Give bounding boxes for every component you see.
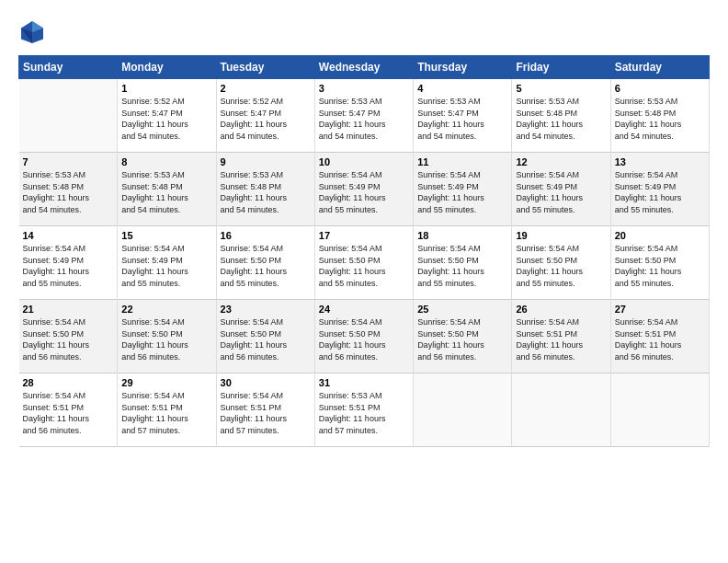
day-number: 16	[221, 230, 311, 241]
day-number: 30	[221, 377, 311, 388]
day-info: Sunrise: 5:54 AM Sunset: 5:49 PM Dayligh…	[121, 243, 211, 289]
day-number: 1	[121, 83, 211, 94]
day-info: Sunrise: 5:54 AM Sunset: 5:50 PM Dayligh…	[417, 316, 507, 362]
calendar-cell: 1Sunrise: 5:52 AM Sunset: 5:47 PM Daylig…	[118, 79, 216, 153]
calendar-cell: 27Sunrise: 5:54 AM Sunset: 5:51 PM Dayli…	[610, 300, 709, 373]
calendar-cell: 12Sunrise: 5:54 AM Sunset: 5:49 PM Dayli…	[512, 153, 610, 226]
day-info: Sunrise: 5:53 AM Sunset: 5:48 PM Dayligh…	[23, 169, 114, 215]
week-row-4: 21Sunrise: 5:54 AM Sunset: 5:50 PM Dayli…	[19, 300, 710, 373]
day-info: Sunrise: 5:53 AM Sunset: 5:48 PM Dayligh…	[615, 96, 705, 142]
day-info: Sunrise: 5:54 AM Sunset: 5:51 PM Dayligh…	[516, 316, 606, 362]
page: SundayMondayTuesdayWednesdayThursdayFrid…	[0, 0, 728, 456]
day-number: 23	[221, 304, 311, 315]
day-number: 28	[23, 377, 114, 388]
day-info: Sunrise: 5:52 AM Sunset: 5:47 PM Dayligh…	[221, 96, 311, 142]
calendar-cell: 5Sunrise: 5:53 AM Sunset: 5:48 PM Daylig…	[512, 79, 610, 153]
day-number: 25	[417, 304, 507, 315]
day-info: Sunrise: 5:54 AM Sunset: 5:50 PM Dayligh…	[221, 243, 311, 289]
calendar-body: 1Sunrise: 5:52 AM Sunset: 5:47 PM Daylig…	[19, 79, 710, 447]
logo	[18, 18, 50, 46]
day-number: 13	[615, 156, 705, 167]
day-info: Sunrise: 5:54 AM Sunset: 5:51 PM Dayligh…	[121, 390, 211, 436]
calendar-header-row: SundayMondayTuesdayWednesdayThursdayFrid…	[19, 56, 710, 79]
day-number: 7	[23, 156, 114, 167]
weekday-header-monday: Monday	[118, 56, 216, 79]
day-info: Sunrise: 5:54 AM Sunset: 5:49 PM Dayligh…	[319, 169, 409, 215]
calendar-cell: 13Sunrise: 5:54 AM Sunset: 5:49 PM Dayli…	[610, 153, 709, 226]
calendar-cell: 20Sunrise: 5:54 AM Sunset: 5:50 PM Dayli…	[610, 226, 709, 300]
day-number: 22	[121, 304, 211, 315]
calendar-cell: 30Sunrise: 5:54 AM Sunset: 5:51 PM Dayli…	[216, 373, 314, 447]
day-info: Sunrise: 5:54 AM Sunset: 5:50 PM Dayligh…	[221, 316, 311, 362]
day-number: 20	[615, 230, 705, 241]
calendar-cell: 22Sunrise: 5:54 AM Sunset: 5:50 PM Dayli…	[118, 300, 216, 373]
calendar-cell: 15Sunrise: 5:54 AM Sunset: 5:49 PM Dayli…	[118, 226, 216, 300]
calendar-cell: 7Sunrise: 5:53 AM Sunset: 5:48 PM Daylig…	[19, 153, 118, 226]
calendar-cell	[610, 373, 709, 447]
day-info: Sunrise: 5:52 AM Sunset: 5:47 PM Dayligh…	[121, 96, 211, 142]
weekday-header-friday: Friday	[512, 56, 610, 79]
day-number: 26	[516, 304, 606, 315]
header	[18, 18, 710, 46]
calendar-cell: 14Sunrise: 5:54 AM Sunset: 5:49 PM Dayli…	[19, 226, 118, 300]
calendar-cell: 23Sunrise: 5:54 AM Sunset: 5:50 PM Dayli…	[216, 300, 314, 373]
day-info: Sunrise: 5:54 AM Sunset: 5:51 PM Dayligh…	[23, 390, 114, 436]
day-number: 24	[319, 304, 409, 315]
calendar-cell	[19, 79, 118, 153]
day-number: 31	[319, 377, 409, 388]
weekday-header-saturday: Saturday	[610, 56, 709, 79]
day-number: 3	[319, 83, 409, 94]
weekday-header-tuesday: Tuesday	[216, 56, 314, 79]
day-number: 29	[121, 377, 211, 388]
day-number: 18	[417, 230, 507, 241]
day-number: 27	[615, 304, 705, 315]
calendar-cell: 18Sunrise: 5:54 AM Sunset: 5:50 PM Dayli…	[414, 226, 512, 300]
day-number: 2	[221, 83, 311, 94]
day-info: Sunrise: 5:53 AM Sunset: 5:48 PM Dayligh…	[516, 96, 606, 142]
week-row-3: 14Sunrise: 5:54 AM Sunset: 5:49 PM Dayli…	[19, 226, 710, 300]
day-info: Sunrise: 5:54 AM Sunset: 5:50 PM Dayligh…	[319, 243, 409, 289]
calendar-cell: 24Sunrise: 5:54 AM Sunset: 5:50 PM Dayli…	[314, 300, 413, 373]
calendar-cell: 31Sunrise: 5:53 AM Sunset: 5:51 PM Dayli…	[314, 373, 413, 447]
calendar-cell: 28Sunrise: 5:54 AM Sunset: 5:51 PM Dayli…	[19, 373, 118, 447]
day-number: 21	[23, 304, 114, 315]
day-number: 6	[615, 83, 705, 94]
day-info: Sunrise: 5:54 AM Sunset: 5:50 PM Dayligh…	[319, 316, 409, 362]
calendar-cell: 11Sunrise: 5:54 AM Sunset: 5:49 PM Dayli…	[414, 153, 512, 226]
weekday-header-wednesday: Wednesday	[314, 56, 413, 79]
calendar-cell: 3Sunrise: 5:53 AM Sunset: 5:47 PM Daylig…	[314, 79, 413, 153]
calendar-cell: 25Sunrise: 5:54 AM Sunset: 5:50 PM Dayli…	[414, 300, 512, 373]
day-number: 5	[516, 83, 606, 94]
calendar-cell	[414, 373, 512, 447]
day-info: Sunrise: 5:54 AM Sunset: 5:49 PM Dayligh…	[516, 169, 606, 215]
day-number: 14	[23, 230, 114, 241]
day-info: Sunrise: 5:53 AM Sunset: 5:47 PM Dayligh…	[319, 96, 409, 142]
day-number: 4	[417, 83, 507, 94]
day-info: Sunrise: 5:53 AM Sunset: 5:48 PM Dayligh…	[221, 169, 311, 215]
day-info: Sunrise: 5:54 AM Sunset: 5:51 PM Dayligh…	[615, 316, 705, 362]
calendar-cell: 19Sunrise: 5:54 AM Sunset: 5:50 PM Dayli…	[512, 226, 610, 300]
day-number: 11	[417, 156, 507, 167]
day-info: Sunrise: 5:53 AM Sunset: 5:47 PM Dayligh…	[417, 96, 507, 142]
logo-icon	[18, 18, 46, 46]
week-row-2: 7Sunrise: 5:53 AM Sunset: 5:48 PM Daylig…	[19, 153, 710, 226]
day-number: 19	[516, 230, 606, 241]
day-info: Sunrise: 5:54 AM Sunset: 5:50 PM Dayligh…	[615, 243, 705, 289]
week-row-1: 1Sunrise: 5:52 AM Sunset: 5:47 PM Daylig…	[19, 79, 710, 153]
calendar-cell: 10Sunrise: 5:54 AM Sunset: 5:49 PM Dayli…	[314, 153, 413, 226]
day-number: 8	[121, 156, 211, 167]
day-number: 15	[121, 230, 211, 241]
calendar-cell: 4Sunrise: 5:53 AM Sunset: 5:47 PM Daylig…	[414, 79, 512, 153]
calendar-cell	[512, 373, 610, 447]
calendar-table: SundayMondayTuesdayWednesdayThursdayFrid…	[18, 55, 710, 447]
day-number: 9	[221, 156, 311, 167]
day-info: Sunrise: 5:53 AM Sunset: 5:48 PM Dayligh…	[121, 169, 211, 215]
calendar-cell: 6Sunrise: 5:53 AM Sunset: 5:48 PM Daylig…	[610, 79, 709, 153]
day-number: 12	[516, 156, 606, 167]
day-info: Sunrise: 5:54 AM Sunset: 5:49 PM Dayligh…	[615, 169, 705, 215]
day-number: 17	[319, 230, 409, 241]
calendar-cell: 21Sunrise: 5:54 AM Sunset: 5:50 PM Dayli…	[19, 300, 118, 373]
day-info: Sunrise: 5:54 AM Sunset: 5:49 PM Dayligh…	[417, 169, 507, 215]
day-info: Sunrise: 5:54 AM Sunset: 5:50 PM Dayligh…	[417, 243, 507, 289]
weekday-header-sunday: Sunday	[19, 56, 118, 79]
